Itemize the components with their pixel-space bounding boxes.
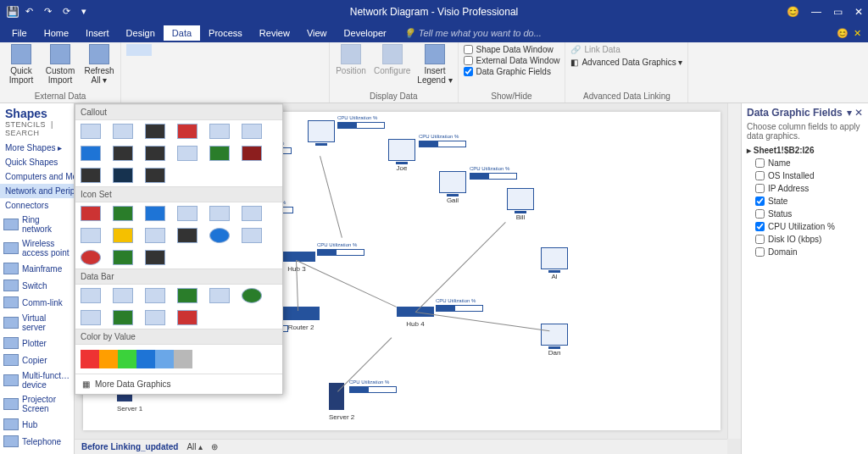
dgf-field[interactable]: IP Address <box>747 182 863 195</box>
shape-item[interactable]: Ring network <box>0 213 74 236</box>
iconset-option[interactable] <box>145 206 165 221</box>
callout-option[interactable] <box>145 124 165 139</box>
shape-item[interactable]: Projector Screen <box>0 392 74 416</box>
iconset-option[interactable] <box>113 206 133 221</box>
dgf-field[interactable]: Status <box>747 208 863 220</box>
quick-shapes-link[interactable]: Quick Shapes <box>0 155 74 169</box>
databar-option[interactable] <box>113 288 133 303</box>
advanced-dg-button[interactable]: ◧Advanced Data Graphics ▾ <box>570 57 682 68</box>
save-icon[interactable]: 💾 <box>7 6 19 18</box>
refresh-all-button[interactable]: Refresh All ▾ <box>83 44 115 85</box>
databar-option[interactable] <box>242 288 262 303</box>
node-pc-top[interactable] <box>308 120 335 142</box>
tab-insert[interactable]: Insert <box>77 25 118 41</box>
redo-icon[interactable]: ↷ <box>44 6 56 18</box>
tab-design[interactable]: Design <box>118 25 164 41</box>
callout-option[interactable] <box>113 146 133 161</box>
node-al[interactable]: Al <box>541 247 568 280</box>
configure-button[interactable]: Configure <box>374 44 410 75</box>
callout-option[interactable] <box>177 124 198 139</box>
shape-item[interactable]: Hub <box>0 416 74 433</box>
tab-review[interactable]: Review <box>251 25 298 41</box>
iconset-option[interactable] <box>113 250 133 265</box>
shape-item[interactable]: Telephone <box>0 433 74 450</box>
tab-data[interactable]: Data <box>164 25 200 41</box>
shapes-subtabs[interactable]: STENCILS | SEARCH <box>0 120 74 141</box>
iconset-option[interactable] <box>81 206 101 221</box>
callout-option[interactable] <box>113 124 133 139</box>
databar-option[interactable] <box>177 288 198 303</box>
all-pages[interactable]: All ▴ <box>186 442 203 451</box>
callout-option[interactable] <box>81 168 101 183</box>
computers-monitors-link[interactable]: Computers and Monitors <box>0 169 74 184</box>
undo-icon[interactable]: ↶ <box>25 6 37 18</box>
iconset-option[interactable] <box>209 206 230 221</box>
shape-item[interactable]: Copier <box>0 352 74 368</box>
iconset-option[interactable] <box>242 206 262 221</box>
node-bill[interactable]: Bill <box>507 188 534 221</box>
dgf-field[interactable]: State <box>747 195 863 208</box>
node-gail[interactable]: Gail <box>439 171 466 204</box>
databar-option[interactable] <box>145 288 165 303</box>
callout-option[interactable] <box>209 146 230 161</box>
iconset-option[interactable] <box>81 228 101 243</box>
node-hub4[interactable]: Hub 4 <box>397 307 434 328</box>
custom-import-button[interactable]: Custom Import <box>44 44 76 85</box>
node-router2[interactable]: Router 2 <box>282 307 320 331</box>
callout-option[interactable] <box>81 146 101 161</box>
color-swatch[interactable] <box>118 350 136 368</box>
databar-option[interactable] <box>177 310 198 325</box>
iconset-option[interactable] <box>145 228 165 243</box>
callout-option[interactable] <box>242 146 262 161</box>
color-swatch[interactable] <box>99 350 118 368</box>
insert-legend-button[interactable]: Insert Legend ▾ <box>417 44 452 85</box>
databar-option[interactable] <box>81 310 101 325</box>
iconset-option[interactable] <box>209 228 230 243</box>
qat-more-icon[interactable]: ▾ <box>81 6 93 18</box>
iconset-option[interactable] <box>242 228 262 243</box>
ribbon-group-data-graphics-gallery[interactable] <box>121 42 330 102</box>
iconset-option[interactable] <box>113 228 133 243</box>
shape-item[interactable]: Plotter <box>0 335 74 352</box>
quick-import-button[interactable]: Quick Import <box>5 44 37 85</box>
callout-option[interactable] <box>177 146 198 161</box>
databar-option[interactable] <box>145 310 165 325</box>
iconset-option[interactable] <box>177 228 198 243</box>
callout-option[interactable] <box>113 168 133 183</box>
shape-item[interactable]: Switch <box>0 277 74 294</box>
dgf-field[interactable]: CPU Utilization % <box>747 220 863 233</box>
refresh-icon[interactable]: ⟳ <box>63 6 75 18</box>
more-data-graphics[interactable]: ▦More Data Graphics <box>75 374 282 394</box>
callout-option[interactable] <box>242 124 262 139</box>
chk-data-graphic-fields[interactable]: Data Graphic Fields <box>464 66 551 77</box>
tab-home[interactable]: Home <box>36 25 77 41</box>
more-shapes-link[interactable]: More Shapes ▸ <box>0 141 74 155</box>
color-swatch[interactable] <box>155 350 174 368</box>
shape-item[interactable]: Wireless access point <box>0 236 74 260</box>
iconset-option[interactable] <box>177 206 198 221</box>
sheet-tab[interactable]: Before Linking_updated <box>81 442 178 451</box>
tab-file[interactable]: File <box>3 25 36 41</box>
tab-developer[interactable]: Developer <box>336 25 395 41</box>
chk-external-data-window[interactable]: External Data Window <box>464 55 560 66</box>
color-swatch[interactable] <box>174 350 192 368</box>
dgf-root[interactable]: ▸ Sheet1!$B2:I26 <box>747 144 863 157</box>
callout-option[interactable] <box>81 124 101 139</box>
help-icon[interactable]: 😊 <box>787 6 799 18</box>
minimize-icon[interactable]: — <box>811 6 821 18</box>
node-joe[interactable]: Joe <box>388 139 415 172</box>
tell-me[interactable]: 💡Tell me what you want to do... <box>403 28 542 39</box>
shape-item[interactable]: Mainframe <box>0 260 74 277</box>
emoji-help-icon[interactable]: 😊 ✕ <box>837 28 861 39</box>
dgf-field[interactable]: Disk IO (kbps) <box>747 233 863 246</box>
dgf-field[interactable]: Name <box>747 157 863 169</box>
add-page-icon[interactable]: ⊕ <box>211 442 218 451</box>
shape-item[interactable]: Multi-funct… device <box>0 368 74 392</box>
iconset-option[interactable] <box>145 250 165 265</box>
connectors-link[interactable]: Connectors <box>0 198 74 213</box>
databar-option[interactable] <box>81 288 101 303</box>
tab-process[interactable]: Process <box>200 25 251 41</box>
dgf-field[interactable]: OS Installed <box>747 169 863 182</box>
callout-option[interactable] <box>145 168 165 183</box>
vertical-scrollbar[interactable] <box>727 103 741 439</box>
